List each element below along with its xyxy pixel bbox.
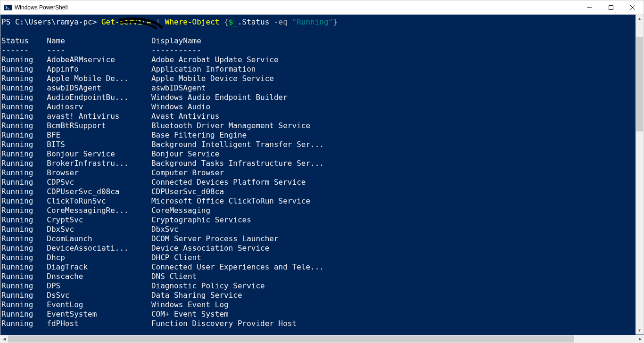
window-title: Windows PowerShell [15,4,578,11]
table-row: Running Apple Mobile De... Apple Mobile … [1,74,636,83]
powershell-window: Windows PowerShell PS C:\Users\ramya-pc>… [0,0,644,343]
window-controls [578,0,644,14]
table-row: Running Appinfo Application Information [1,65,636,74]
table-row: Running DbxSvc DbxSvc [1,225,636,234]
operator: -eq [274,17,292,26]
table-row: Running BcmBtRSupport Bluetooth Driver M… [1,121,636,131]
table-row: Running EventSystem COM+ Event System [1,310,636,319]
table-row: Running Dnscache DNS Client [1,272,636,281]
cmdlet: Get-Service [101,17,151,26]
terminal-area[interactable]: PS C:\Users\ramya-pc> Get-Service | Wher… [0,15,644,343]
prompt: PS C:\Users\ramya-pc> [1,17,101,26]
table-row: Running DPS Diagnostic Policy Service [1,281,636,291]
scroll-left-arrow[interactable]: ◀ [0,335,8,343]
scroll-right-arrow[interactable]: ▶ [636,335,644,343]
table-row: Running BFE Base Filtering Engine [1,131,636,140]
svg-rect-0 [4,5,12,10]
titlebar[interactable]: Windows PowerShell [0,0,644,15]
table-row: Running DiagTrack Connected User Experie… [1,262,636,272]
vertical-scrollbar[interactable]: ▲ ▼ [636,15,644,335]
variable: $_ [229,17,238,26]
table-row: Running fdPHost Function Discovery Provi… [1,319,636,328]
table-row: Running Audiosrv Windows Audio [1,102,636,112]
blank-line [1,27,636,36]
table-row: Running CryptSvc Cryptographic Services [1,215,636,225]
table-row: Running Dhcp DHCP Client [1,253,636,262]
table-header-underline: ------ ---- ----------- [1,46,636,55]
brace: { [219,17,228,26]
brace: } [333,17,338,26]
table-row: Running aswbIDSAgent aswbIDSAgent [1,83,636,93]
table-row: Running avast! Antivirus Avast Antivirus [1,112,636,121]
close-button[interactable] [622,0,644,14]
member: .Status [238,17,274,26]
svg-rect-3 [609,5,613,9]
minimize-button[interactable] [578,0,600,14]
powershell-icon [4,4,12,11]
table-row: Running AdobeARMservice Adobe Acrobat Up… [1,55,636,65]
horizontal-scrollbar[interactable]: ◀ ▶ [0,335,644,343]
table-row: Running AudioEndpointBu... Windows Audio… [1,93,636,102]
table-row: Running Browser Computer Browser [1,168,636,178]
cmdlet: Where-Object [165,17,220,26]
scroll-down-arrow[interactable]: ▼ [636,327,644,335]
table-row: Running CDPSvc Connected Devices Platfor… [1,178,636,187]
string: "Running" [292,17,333,26]
maximize-button[interactable] [600,0,622,14]
table-row: Running Bonjour Service Bonjour Service [1,149,636,159]
table-row: Running DeviceAssociati... Device Associ… [1,244,636,253]
table-row: Running DcomLaunch DCOM Server Process L… [1,234,636,244]
horizontal-scroll-thumb[interactable] [8,335,574,343]
table-row: Running DsSvc Data Sharing Service [1,291,636,300]
table-header: Status Name DisplayName [1,36,636,46]
table-row: Running CDPUserSvc_d08ca CDPUserSvc_d08c… [1,187,636,196]
terminal-output[interactable]: PS C:\Users\ramya-pc> Get-Service | Wher… [0,15,636,343]
vertical-scroll-thumb[interactable] [636,37,643,131]
table-row: Running BrokerInfrastru... Background Ta… [1,159,636,168]
table-row: Running EventLog Windows Event Log [1,300,636,310]
pipe: | [151,17,165,26]
table-row: Running ClickToRunSvc Microsoft Office C… [1,196,636,206]
scroll-up-arrow[interactable]: ▲ [636,15,644,23]
command-line: PS C:\Users\ramya-pc> Get-Service | Wher… [1,17,636,27]
table-row: Running BITS Background Intelligent Tran… [1,140,636,149]
table-row: Running CoreMessagingRe... CoreMessaging [1,206,636,215]
